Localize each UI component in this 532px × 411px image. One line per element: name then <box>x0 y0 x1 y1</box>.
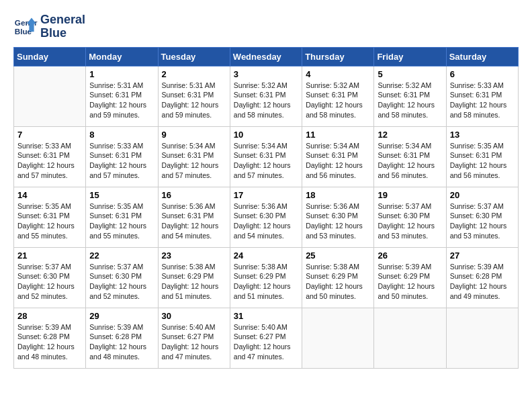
day-number: 31 <box>234 311 298 321</box>
day-number: 8 <box>89 130 154 140</box>
day-cell: 26 Sunrise: 5:39 AM Sunset: 6:29 PM Dayl… <box>374 247 446 308</box>
day-info: Sunrise: 5:35 AM Sunset: 6:31 PM Dayligh… <box>17 201 82 241</box>
day-cell: 18 Sunrise: 5:36 AM Sunset: 6:30 PM Dayl… <box>302 187 374 247</box>
day-number: 15 <box>89 190 154 200</box>
day-number: 7 <box>17 130 82 140</box>
day-header-saturday: Saturday <box>446 47 518 66</box>
day-info: Sunrise: 5:32 AM Sunset: 6:31 PM Dayligh… <box>234 81 298 120</box>
day-info: Sunrise: 5:35 AM Sunset: 6:31 PM Dayligh… <box>450 141 515 181</box>
day-number: 30 <box>162 311 226 321</box>
day-info: Sunrise: 5:33 AM Sunset: 6:31 PM Dayligh… <box>17 141 82 181</box>
day-cell: 28 Sunrise: 5:39 AM Sunset: 6:28 PM Dayl… <box>14 308 86 368</box>
day-header-wednesday: Wednesday <box>230 47 302 66</box>
day-header-friday: Friday <box>374 47 446 66</box>
page-header: General Blue General Blue <box>13 13 519 40</box>
day-info: Sunrise: 5:36 AM Sunset: 6:30 PM Dayligh… <box>306 201 370 241</box>
day-info: Sunrise: 5:31 AM Sunset: 6:31 PM Dayligh… <box>89 81 154 120</box>
day-cell: 3 Sunrise: 5:32 AM Sunset: 6:31 PM Dayli… <box>230 66 302 126</box>
day-number: 29 <box>89 311 154 321</box>
day-info: Sunrise: 5:34 AM Sunset: 6:31 PM Dayligh… <box>378 141 442 181</box>
day-info: Sunrise: 5:37 AM Sunset: 6:30 PM Dayligh… <box>89 262 154 302</box>
day-cell: 10 Sunrise: 5:34 AM Sunset: 6:31 PM Dayl… <box>230 126 302 187</box>
day-info: Sunrise: 5:35 AM Sunset: 6:31 PM Dayligh… <box>89 201 154 241</box>
day-number: 13 <box>450 130 515 140</box>
day-number: 3 <box>234 69 298 79</box>
day-info: Sunrise: 5:34 AM Sunset: 6:31 PM Dayligh… <box>162 141 226 181</box>
day-header-monday: Monday <box>86 47 158 66</box>
day-cell: 2 Sunrise: 5:31 AM Sunset: 6:31 PM Dayli… <box>158 66 230 126</box>
week-row-4: 21 Sunrise: 5:37 AM Sunset: 6:30 PM Dayl… <box>14 247 519 308</box>
day-number: 9 <box>162 130 226 140</box>
day-cell: 11 Sunrise: 5:34 AM Sunset: 6:31 PM Dayl… <box>302 126 374 187</box>
day-number: 20 <box>450 190 515 200</box>
day-info: Sunrise: 5:32 AM Sunset: 6:31 PM Dayligh… <box>378 81 442 120</box>
day-number: 22 <box>89 250 154 261</box>
day-cell <box>374 308 446 368</box>
logo-text: General Blue <box>40 13 85 40</box>
day-cell: 30 Sunrise: 5:40 AM Sunset: 6:27 PM Dayl… <box>158 308 230 368</box>
day-cell: 6 Sunrise: 5:33 AM Sunset: 6:31 PM Dayli… <box>446 66 518 126</box>
logo-icon: General Blue <box>13 15 38 39</box>
day-info: Sunrise: 5:36 AM Sunset: 6:30 PM Dayligh… <box>234 201 298 241</box>
day-info: Sunrise: 5:37 AM Sunset: 6:30 PM Dayligh… <box>378 201 442 241</box>
day-number: 6 <box>450 69 515 79</box>
day-cell: 22 Sunrise: 5:37 AM Sunset: 6:30 PM Dayl… <box>86 247 158 308</box>
day-header-thursday: Thursday <box>302 47 374 66</box>
day-number: 16 <box>162 190 226 200</box>
day-info: Sunrise: 5:38 AM Sunset: 6:29 PM Dayligh… <box>162 262 226 302</box>
day-number: 1 <box>89 69 154 79</box>
day-number: 5 <box>378 69 442 79</box>
day-cell: 9 Sunrise: 5:34 AM Sunset: 6:31 PM Dayli… <box>158 126 230 187</box>
day-info: Sunrise: 5:34 AM Sunset: 6:31 PM Dayligh… <box>234 141 298 181</box>
day-cell: 19 Sunrise: 5:37 AM Sunset: 6:30 PM Dayl… <box>374 187 446 247</box>
week-row-5: 28 Sunrise: 5:39 AM Sunset: 6:28 PM Dayl… <box>14 308 519 368</box>
day-cell: 1 Sunrise: 5:31 AM Sunset: 6:31 PM Dayli… <box>86 66 158 126</box>
week-row-1: 1 Sunrise: 5:31 AM Sunset: 6:31 PM Dayli… <box>14 66 519 126</box>
day-info: Sunrise: 5:39 AM Sunset: 6:28 PM Dayligh… <box>450 262 515 302</box>
day-cell: 23 Sunrise: 5:38 AM Sunset: 6:29 PM Dayl… <box>158 247 230 308</box>
day-cell: 21 Sunrise: 5:37 AM Sunset: 6:30 PM Dayl… <box>14 247 86 308</box>
calendar-table: SundayMondayTuesdayWednesdayThursdayFrid… <box>13 47 519 369</box>
day-number: 19 <box>378 190 442 200</box>
day-header-sunday: Sunday <box>14 47 86 66</box>
day-number: 27 <box>450 250 515 261</box>
day-cell: 12 Sunrise: 5:34 AM Sunset: 6:31 PM Dayl… <box>374 126 446 187</box>
day-info: Sunrise: 5:33 AM Sunset: 6:31 PM Dayligh… <box>89 141 154 181</box>
day-info: Sunrise: 5:40 AM Sunset: 6:27 PM Dayligh… <box>234 322 298 362</box>
day-info: Sunrise: 5:37 AM Sunset: 6:30 PM Dayligh… <box>450 201 515 241</box>
day-info: Sunrise: 5:38 AM Sunset: 6:29 PM Dayligh… <box>234 262 298 302</box>
day-info: Sunrise: 5:39 AM Sunset: 6:29 PM Dayligh… <box>378 262 442 302</box>
day-number: 10 <box>234 130 298 140</box>
week-row-3: 14 Sunrise: 5:35 AM Sunset: 6:31 PM Dayl… <box>14 187 519 247</box>
days-header-row: SundayMondayTuesdayWednesdayThursdayFrid… <box>14 47 519 66</box>
day-number: 18 <box>306 190 370 200</box>
day-cell: 4 Sunrise: 5:32 AM Sunset: 6:31 PM Dayli… <box>302 66 374 126</box>
day-number: 12 <box>378 130 442 140</box>
day-number: 17 <box>234 190 298 200</box>
day-cell: 29 Sunrise: 5:39 AM Sunset: 6:28 PM Dayl… <box>86 308 158 368</box>
day-cell: 8 Sunrise: 5:33 AM Sunset: 6:31 PM Dayli… <box>86 126 158 187</box>
day-cell: 20 Sunrise: 5:37 AM Sunset: 6:30 PM Dayl… <box>446 187 518 247</box>
day-info: Sunrise: 5:36 AM Sunset: 6:31 PM Dayligh… <box>162 201 226 241</box>
day-info: Sunrise: 5:39 AM Sunset: 6:28 PM Dayligh… <box>89 322 154 362</box>
day-info: Sunrise: 5:38 AM Sunset: 6:29 PM Dayligh… <box>306 262 370 302</box>
day-cell: 27 Sunrise: 5:39 AM Sunset: 6:28 PM Dayl… <box>446 247 518 308</box>
day-info: Sunrise: 5:31 AM Sunset: 6:31 PM Dayligh… <box>162 81 226 120</box>
day-cell: 24 Sunrise: 5:38 AM Sunset: 6:29 PM Dayl… <box>230 247 302 308</box>
day-number: 25 <box>306 250 370 261</box>
day-number: 28 <box>17 311 82 321</box>
day-cell: 5 Sunrise: 5:32 AM Sunset: 6:31 PM Dayli… <box>374 66 446 126</box>
day-cell: 7 Sunrise: 5:33 AM Sunset: 6:31 PM Dayli… <box>14 126 86 187</box>
day-number: 4 <box>306 69 370 79</box>
logo: General Blue General Blue <box>13 13 85 40</box>
day-cell: 31 Sunrise: 5:40 AM Sunset: 6:27 PM Dayl… <box>230 308 302 368</box>
day-info: Sunrise: 5:37 AM Sunset: 6:30 PM Dayligh… <box>17 262 82 302</box>
day-info: Sunrise: 5:40 AM Sunset: 6:27 PM Dayligh… <box>162 322 226 362</box>
day-info: Sunrise: 5:39 AM Sunset: 6:28 PM Dayligh… <box>17 322 82 362</box>
day-number: 14 <box>17 190 82 200</box>
day-info: Sunrise: 5:33 AM Sunset: 6:31 PM Dayligh… <box>450 81 515 120</box>
day-number: 21 <box>17 250 82 261</box>
day-info: Sunrise: 5:34 AM Sunset: 6:31 PM Dayligh… <box>306 141 370 181</box>
day-number: 26 <box>378 250 442 261</box>
day-cell: 17 Sunrise: 5:36 AM Sunset: 6:30 PM Dayl… <box>230 187 302 247</box>
